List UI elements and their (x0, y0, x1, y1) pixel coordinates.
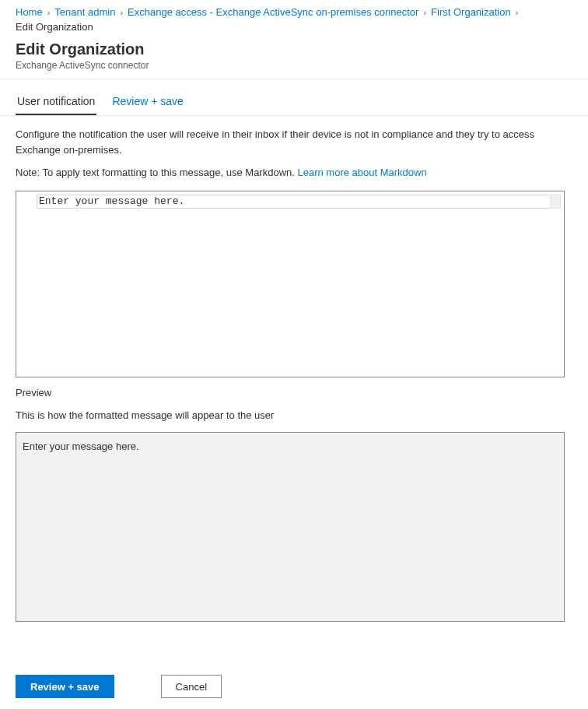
chevron-right-icon: › (47, 8, 51, 17)
message-textarea-input[interactable]: Enter your message here. (37, 195, 550, 209)
breadcrumb-exchange-access[interactable]: Exchange access - Exchange ActiveSync on… (128, 6, 418, 18)
preview-box: Enter your message here. (16, 432, 565, 622)
preview-subtext: This is how the formatted message will a… (16, 409, 572, 421)
page-header: Edit Organization Exchange ActiveSync co… (0, 37, 588, 79)
scrollbar-corner (550, 195, 561, 209)
page-subtitle: Exchange ActiveSync connector (16, 60, 572, 71)
page-title: Edit Organization (16, 40, 572, 58)
breadcrumb-first-organization[interactable]: First Organization (431, 6, 511, 18)
tab-bar: User notification Review + save (0, 79, 588, 115)
chevron-right-icon: › (120, 8, 123, 17)
chevron-right-icon: › (423, 8, 426, 17)
breadcrumb-home[interactable]: Home (16, 6, 43, 18)
preview-content: Enter your message here. (23, 440, 139, 452)
learn-more-link[interactable]: Learn more about Markdown (298, 167, 427, 178)
breadcrumb: Home › Tenant admin › Exchange access - … (0, 0, 588, 37)
description-text: Configure the notification the user will… (16, 127, 572, 157)
tab-review-save[interactable]: Review + save (110, 92, 184, 115)
preview-label: Preview (16, 387, 572, 398)
message-textarea[interactable]: Enter your message here. (16, 191, 565, 377)
note-prefix: Note: To apply text formatting to this m… (16, 167, 298, 178)
tab-user-notification[interactable]: User notification (16, 92, 96, 115)
breadcrumb-tenant-admin[interactable]: Tenant admin (54, 6, 115, 18)
footer-actions: Review + save Cancel (0, 665, 588, 709)
note-text: Note: To apply text formatting to this m… (16, 167, 572, 178)
breadcrumb-current: Edit Organization (16, 21, 93, 33)
review-save-button[interactable]: Review + save (16, 675, 114, 698)
chevron-right-icon: › (516, 8, 519, 17)
main-content: Configure the notification the user will… (0, 116, 588, 622)
cancel-button[interactable]: Cancel (161, 675, 222, 698)
